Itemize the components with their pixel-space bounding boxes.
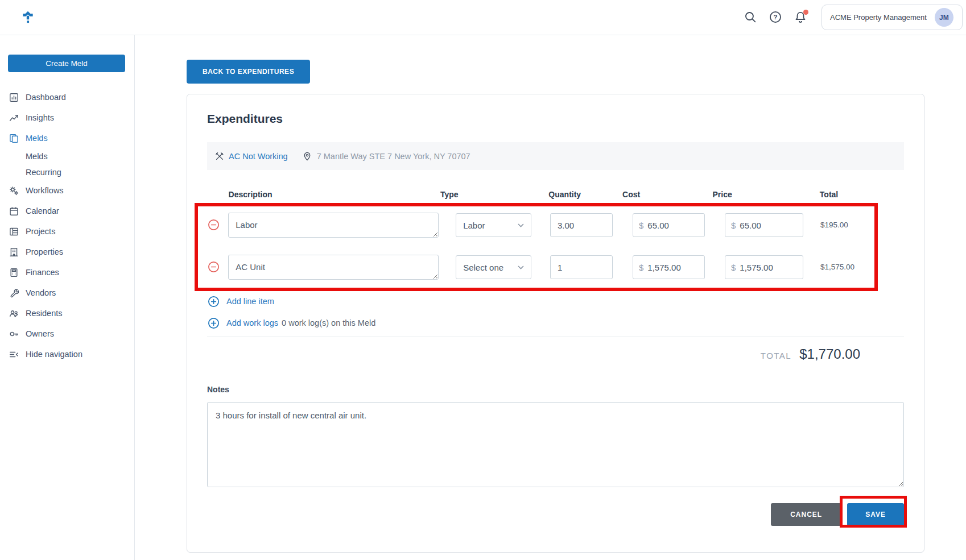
column-header-cost: Cost <box>634 190 705 199</box>
add-line-item-button[interactable]: Add line item <box>207 294 904 308</box>
sidebar-item-vendors[interactable]: Vendors <box>0 283 134 303</box>
description-input[interactable]: AC Unit <box>228 255 439 280</box>
remove-line-item-icon[interactable] <box>208 219 220 231</box>
line-item-row: AC Unit Select one $ $ $1,575.00 <box>207 255 904 280</box>
tools-icon <box>215 152 224 161</box>
properties-icon <box>9 247 19 257</box>
notes-label: Notes <box>207 385 904 395</box>
divider <box>207 337 904 337</box>
add-line-item-label: Add line item <box>226 297 274 306</box>
price-field[interactable]: $ <box>725 255 803 279</box>
sidebar: Create Meld Dashboard Insights <box>0 35 135 560</box>
projects-icon <box>9 227 19 237</box>
sidebar-item-label: Properties <box>26 247 63 256</box>
row-remove-cell <box>207 213 228 233</box>
grand-total-label: TOTAL <box>761 351 791 360</box>
help-icon[interactable]: ? <box>769 11 783 24</box>
sidebar-item-residents[interactable]: Residents <box>0 303 134 323</box>
column-header-price-label: Price <box>713 190 732 199</box>
sidebar-item-label: Insights <box>26 113 54 122</box>
avatar[interactable]: JM <box>935 8 953 27</box>
cancel-button[interactable]: CANCEL <box>771 503 841 526</box>
location-pin-icon <box>303 152 312 161</box>
price-input[interactable] <box>740 221 797 230</box>
sidebar-item-calendar[interactable]: Calendar <box>0 201 134 221</box>
sidebar-item-workflows[interactable]: Workflows <box>0 180 134 201</box>
currency-symbol: $ <box>639 263 643 272</box>
line-item-row: Labor Labor $ $ $195.00 <box>207 213 904 238</box>
cost-input[interactable] <box>647 263 699 272</box>
sidebar-subitem-label: Recurring <box>26 168 61 177</box>
sidebar-item-label: Calendar <box>26 206 59 215</box>
sidebar-item-label: Projects <box>26 227 55 236</box>
calendar-icon <box>9 206 19 216</box>
sidebar-item-finances[interactable]: Finances <box>0 262 134 283</box>
top-bar: ? ACME Property Management JM <box>0 0 966 35</box>
remove-line-item-icon[interactable] <box>208 261 220 273</box>
back-to-expenditures-button[interactable]: BACK TO EXPENDITURES <box>187 60 310 84</box>
line-total: $1,575.00 <box>820 255 904 280</box>
notification-dot <box>803 10 808 15</box>
chevron-down-icon <box>518 266 524 269</box>
price-input[interactable] <box>740 263 797 272</box>
create-meld-button[interactable]: Create Meld <box>8 55 125 72</box>
meld-link[interactable]: AC Not Working <box>229 152 288 161</box>
grand-total-row: TOTAL $1,770.00 <box>207 346 904 364</box>
currency-symbol: $ <box>731 221 736 230</box>
column-header-cost-label: Cost <box>622 190 640 199</box>
sidebar-item-label: Hide navigation <box>26 350 82 359</box>
sidebar-item-label: Vendors <box>26 288 56 297</box>
line-items-header-row: Description Type Quantity Cost Price Tot… <box>207 190 904 199</box>
sidebar-item-label: Dashboard <box>26 93 66 102</box>
cost-field[interactable]: $ <box>633 213 705 237</box>
sidebar-subitem-melds[interactable]: Melds <box>0 148 134 164</box>
owners-icon <box>9 329 19 339</box>
sidebar-item-projects[interactable]: Projects <box>0 221 134 242</box>
column-header-price: Price <box>725 190 803 199</box>
cost-field[interactable]: $ <box>633 255 705 279</box>
description-input[interactable]: Labor <box>228 213 439 238</box>
workflows-icon <box>9 186 19 196</box>
sidebar-item-owners[interactable]: Owners <box>0 323 134 344</box>
save-button[interactable]: SAVE <box>847 503 904 526</box>
column-header-quantity: Quantity <box>552 190 614 199</box>
sidebar-item-hide-navigation[interactable]: Hide navigation <box>0 344 134 364</box>
meld-info-bar: AC Not Working 7 Mantle Way STE 7 New Yo… <box>207 142 904 170</box>
price-field[interactable]: $ <box>725 213 803 237</box>
chevron-down-icon <box>518 223 524 227</box>
account-name: ACME Property Management <box>830 13 927 22</box>
type-select[interactable]: Labor <box>456 213 531 237</box>
add-work-logs-button[interactable]: Add work logs 0 work log(s) on this Meld <box>207 316 904 330</box>
sidebar-item-properties[interactable]: Properties <box>0 242 134 262</box>
finances-icon <box>9 268 19 277</box>
grand-total-value: $1,770.00 <box>799 346 860 362</box>
column-header-total: Total <box>820 190 904 199</box>
account-menu[interactable]: ACME Property Management JM <box>821 5 963 30</box>
header-spacer <box>207 190 229 199</box>
currency-symbol: $ <box>639 221 643 230</box>
property-meld-logo[interactable] <box>20 10 35 25</box>
type-select-value: Select one <box>463 263 503 272</box>
quantity-input[interactable] <box>550 213 613 237</box>
sidebar-item-dashboard[interactable]: Dashboard <box>0 87 134 107</box>
melds-icon <box>9 134 19 143</box>
work-logs-count: 0 work log(s) on this Meld <box>282 318 375 327</box>
quantity-input[interactable] <box>550 255 613 279</box>
sidebar-item-label: Workflows <box>26 186 64 195</box>
cost-input[interactable] <box>647 221 699 230</box>
notes-input[interactable]: 3 hours for install of new central air u… <box>207 402 904 487</box>
column-header-quantity-label: Quantity <box>548 190 581 199</box>
sidebar-item-melds[interactable]: Melds <box>0 128 134 148</box>
bell-icon[interactable] <box>794 11 808 24</box>
sidebar-subitem-recurring[interactable]: Recurring <box>0 164 134 180</box>
sidebar-subitem-label: Melds <box>26 152 48 161</box>
sidebar-item-label: Finances <box>26 268 59 277</box>
column-header-type: Type <box>457 190 533 199</box>
sidebar-item-insights[interactable]: Insights <box>0 107 134 128</box>
search-icon[interactable] <box>744 11 758 24</box>
row-remove-cell <box>207 255 228 275</box>
type-select[interactable]: Select one <box>456 255 531 279</box>
column-header-description: Description <box>229 190 440 199</box>
main-content: BACK TO EXPENDITURES Expenditures AC Not… <box>135 35 966 560</box>
page-title: Expenditures <box>207 111 904 126</box>
